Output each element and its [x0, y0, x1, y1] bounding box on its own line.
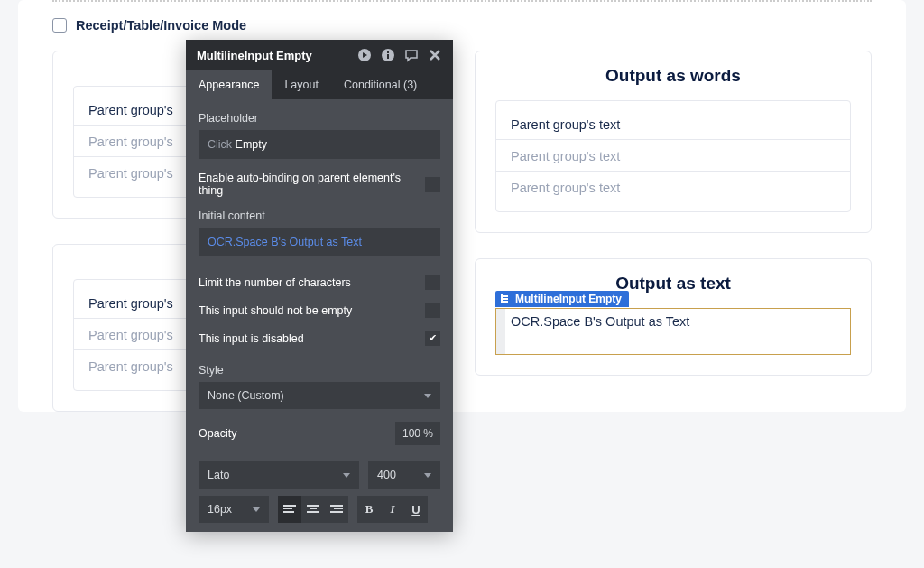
initial-content-value: OCR.Space B's Output as Text: [208, 236, 362, 248]
italic-button[interactable]: I: [381, 496, 404, 523]
data-row: Parent group's text: [496, 140, 850, 172]
property-header[interactable]: MultilineInput Empty: [186, 40, 453, 70]
style-select[interactable]: None (Custom): [199, 382, 440, 409]
initial-content-label: Initial content: [199, 210, 440, 222]
comment-icon[interactable]: [404, 48, 419, 62]
tab-conditional[interactable]: Conditional (3): [331, 70, 430, 99]
font-weight-select[interactable]: 400: [368, 461, 440, 489]
placeholder-value: Empty: [236, 138, 267, 151]
opacity-label: Opacity: [199, 427, 236, 440]
multiline-input-value: OCR.Space B's Output as Text: [511, 314, 689, 329]
disabled-checkbox[interactable]: [425, 331, 440, 346]
limit-chars-checkbox[interactable]: [425, 275, 440, 290]
placeholder-label: Placeholder: [199, 112, 440, 125]
data-row: Parent group's text: [496, 172, 850, 202]
limit-chars-label: Limit the number of characters: [199, 276, 351, 289]
autobind-checkbox[interactable]: [425, 177, 440, 192]
disabled-row: This input is disabled: [199, 331, 440, 346]
svg-rect-2: [387, 54, 389, 59]
receipt-mode-checkbox[interactable]: [52, 18, 67, 33]
property-tabs: Appearance Layout Conditional (3): [186, 70, 453, 99]
align-center-button[interactable]: [301, 496, 325, 523]
chevron-down-icon: [343, 473, 350, 478]
data-row: Parent group's text: [496, 108, 850, 140]
align-right-button[interactable]: [325, 496, 348, 523]
chevron-down-icon: [253, 507, 260, 512]
placeholder-input[interactable]: Click Empty: [199, 130, 440, 159]
multiline-input[interactable]: OCR.Space B's Output as Text: [495, 308, 851, 355]
bold-button[interactable]: B: [357, 496, 381, 523]
divider: [52, 0, 872, 2]
limit-chars-row: Limit the number of characters: [199, 275, 440, 290]
text-style-group: B I U: [357, 496, 428, 523]
underline-button[interactable]: U: [404, 496, 428, 523]
font-size-select[interactable]: 16px: [199, 496, 269, 523]
style-value: None (Custom): [208, 389, 284, 402]
data-box: Parent group's text Parent group's text …: [495, 100, 851, 212]
not-empty-checkbox[interactable]: [425, 303, 440, 318]
autobind-row: Enable auto-binding on parent element's …: [199, 172, 440, 197]
tab-appearance[interactable]: Appearance: [186, 70, 272, 99]
align-left-button[interactable]: [278, 496, 301, 523]
placeholder-prefix: Click: [208, 138, 236, 151]
font-size-value: 16px: [208, 503, 232, 516]
panel-title: Output as words: [495, 66, 851, 86]
font-family-select[interactable]: Lato: [199, 461, 359, 489]
chevron-down-icon: [424, 394, 431, 398]
font-family-value: Lato: [208, 469, 229, 481]
style-label: Style: [199, 364, 440, 377]
font-weight-value: 400: [377, 469, 396, 481]
output-text-panel: Output as text MultilineInput Empty OCR.…: [475, 258, 872, 376]
close-icon[interactable]: [428, 48, 442, 62]
property-title: MultilineInput Empty: [197, 49, 312, 62]
not-empty-row: This input should not be empty: [199, 303, 440, 318]
selected-element[interactable]: MultilineInput Empty OCR.Space B's Outpu…: [495, 308, 851, 355]
output-words-panel: Output as words Parent group's text Pare…: [475, 51, 872, 233]
receipt-mode-label: Receipt/Table/Invoice Mode: [76, 18, 246, 33]
tab-layout[interactable]: Layout: [272, 70, 331, 99]
not-empty-label: This input should not be empty: [199, 304, 352, 317]
opacity-input[interactable]: 100 %: [395, 422, 440, 445]
disabled-label: This input is disabled: [199, 332, 304, 345]
info-icon[interactable]: [381, 48, 395, 62]
autobind-label: Enable auto-binding on parent element's …: [199, 172, 425, 197]
chevron-down-icon: [424, 473, 431, 478]
property-editor[interactable]: MultilineInput Empty Appearance Layout C…: [186, 40, 453, 532]
svg-rect-3: [387, 51, 389, 53]
element-tag[interactable]: MultilineInput Empty: [495, 291, 629, 307]
play-icon[interactable]: [357, 48, 372, 62]
receipt-mode-row: Receipt/Table/Invoice Mode: [52, 13, 872, 51]
initial-content-input[interactable]: OCR.Space B's Output as Text: [199, 228, 440, 256]
text-align-group: [278, 496, 348, 523]
